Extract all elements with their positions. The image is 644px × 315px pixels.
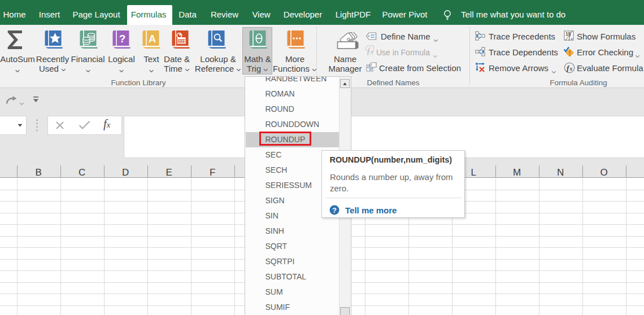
svg-text:x: x	[370, 49, 373, 55]
svg-text:A: A	[149, 33, 156, 45]
svg-text:?: ?	[332, 206, 337, 215]
svg-text:x: x	[571, 36, 573, 41]
svg-text:x: x	[569, 66, 573, 72]
svg-text:?: ?	[119, 33, 126, 45]
